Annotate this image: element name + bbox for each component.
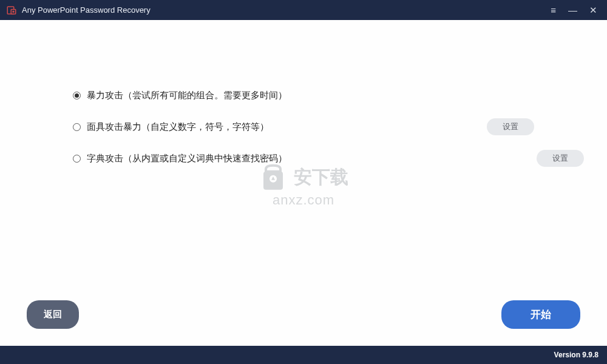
option-dictionary-attack: 字典攻击（从内置或自定义词典中快速查找密码） 设置: [73, 150, 534, 167]
titlebar: Any PowerPoint Password Recovery ≡ — ✕: [0, 0, 607, 20]
version-label: Version 9.9.8: [554, 351, 599, 359]
app-title: Any PowerPoint Password Recovery: [22, 5, 151, 15]
option-label: 暴力攻击（尝试所有可能的组合。需要更多时间）: [87, 90, 287, 101]
svg-rect-3: [263, 171, 283, 189]
minimize-icon[interactable]: —: [568, 5, 577, 15]
radio-dictionary-attack[interactable]: [73, 155, 81, 163]
close-icon[interactable]: ✕: [589, 5, 597, 15]
radio-brute-force[interactable]: [73, 92, 81, 99]
menu-icon[interactable]: ≡: [551, 5, 556, 15]
svg-point-4: [270, 175, 277, 182]
app-window: Any PowerPoint Password Recovery ≡ — ✕ 暴…: [0, 0, 607, 364]
statusbar: Version 9.9.8: [0, 346, 607, 364]
window-controls: ≡ — ✕: [551, 5, 602, 15]
radio-mask-attack[interactable]: [73, 123, 81, 131]
option-label: 面具攻击暴力（自定义数字，符号，字符等）: [87, 121, 269, 133]
option-mask-attack: 面具攻击暴力（自定义数字，符号，字符等） 设置: [73, 118, 534, 135]
option-brute-force: 暴力攻击（尝试所有可能的组合。需要更多时间）: [73, 87, 534, 104]
settings-button-dictionary[interactable]: 设置: [537, 150, 584, 167]
bag-icon: [259, 163, 288, 192]
watermark-text-2: anxz.com: [273, 192, 334, 207]
content-area: 暴力攻击（尝试所有可能的组合。需要更多时间） 面具攻击暴力（自定义数字，符号，字…: [0, 20, 607, 346]
back-button[interactable]: 返回: [27, 300, 79, 329]
start-button[interactable]: 开始: [501, 300, 580, 329]
settings-button-mask[interactable]: 设置: [487, 118, 534, 135]
watermark: 安下载 anxz.com: [259, 163, 348, 207]
app-icon: [6, 5, 17, 16]
footer-bar: 返回 开始: [0, 300, 607, 329]
svg-rect-2: [13, 10, 15, 12]
watermark-text-1: 安下载: [294, 165, 348, 190]
option-label: 字典攻击（从内置或自定义词典中快速查找密码）: [87, 153, 287, 164]
